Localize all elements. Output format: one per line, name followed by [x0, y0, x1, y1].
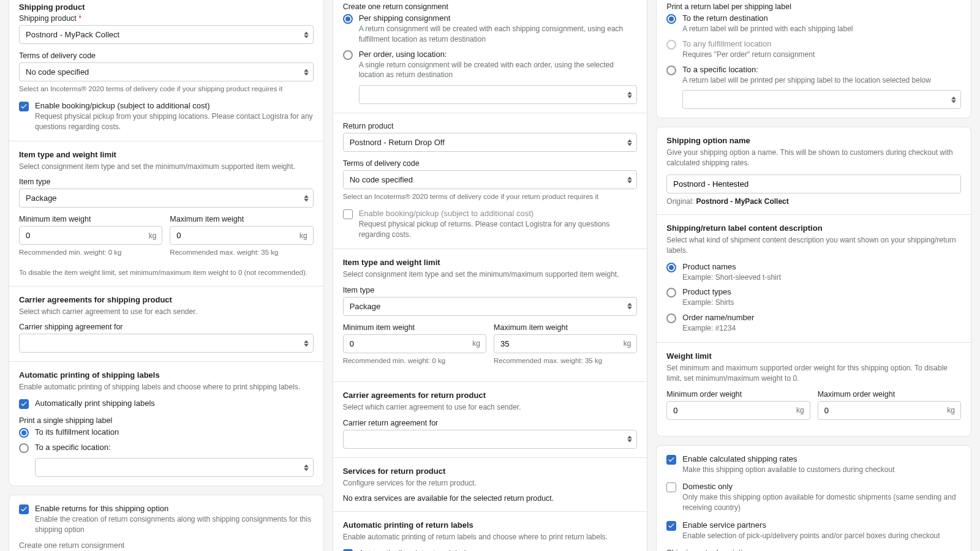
- section-title: Automatic printing of return labels: [343, 520, 638, 530]
- field-label: Item type: [343, 286, 638, 294]
- field-label: Shipping rate description: [666, 549, 961, 551]
- option-name-input[interactable]: [666, 174, 961, 193]
- section-title: Item type and weight limit: [19, 150, 314, 159]
- unit-label: kg: [624, 339, 631, 348]
- field-label: Maximum order weight: [818, 390, 961, 399]
- service-partners-checkbox[interactable]: [666, 521, 676, 531]
- specific-location-radio[interactable]: [19, 443, 29, 453]
- product-names-radio[interactable]: [666, 263, 676, 272]
- enable-booking-checkbox[interactable]: [19, 102, 29, 111]
- unit-label: kg: [796, 406, 804, 414]
- return-min-weight-input[interactable]: [343, 334, 486, 353]
- section-title: Carrier agreements for shipping product: [19, 295, 314, 304]
- auto-print-checkbox[interactable]: [19, 399, 29, 409]
- section-title: Shipping product: [19, 2, 314, 12]
- section-sub: Select consignment item type and set the…: [19, 162, 314, 172]
- min-order-weight-input[interactable]: [666, 401, 810, 420]
- checkout-options-card: Enable calculated shipping rates Make th…: [656, 445, 971, 551]
- radio-sub: A return label will be printed with each…: [682, 24, 853, 34]
- return-product-select[interactable]: Postnord - Return Drop Off: [343, 133, 638, 152]
- product-types-radio[interactable]: [666, 288, 676, 298]
- section-sub: Give your shipping option a name. This w…: [666, 148, 961, 168]
- return-config-card: Create one return consignment Per shippi…: [333, 0, 648, 551]
- field-label: Terms of delivery code: [343, 159, 638, 168]
- item-type-select[interactable]: Package: [19, 189, 314, 208]
- unit-label: kg: [149, 231, 157, 240]
- per-consignment-radio[interactable]: [343, 14, 353, 24]
- section-title: Carrier agreements for return product: [343, 391, 638, 400]
- radio-sub: Example: Short-sleeved t-shirt: [682, 272, 781, 283]
- checkbox-sub: Only make this shipping option available…: [682, 492, 961, 513]
- section-title: Weight limit: [666, 351, 961, 361]
- checkbox-sub: Request physical pickup from your shippi…: [35, 111, 314, 132]
- radio-label: To the return destination: [682, 13, 853, 23]
- radio-label: Per order, using location:: [359, 50, 638, 59]
- section-title: Services for return product: [343, 467, 638, 476]
- return-max-weight-input[interactable]: [494, 334, 637, 353]
- return-carrier-select[interactable]: [343, 430, 638, 449]
- radio-sub: A single return consignment will be crea…: [359, 60, 638, 81]
- field-label: Shipping product *: [19, 14, 314, 23]
- field-label: Minimum item weight: [343, 323, 486, 332]
- return-booking-checkbox[interactable]: [343, 209, 353, 219]
- checkbox-label: Enable calculated shipping rates: [682, 454, 894, 463]
- domestic-only-checkbox[interactable]: [666, 482, 676, 492]
- checkbox-sub: Request physical pickup of returns. Plea…: [359, 219, 638, 240]
- cutoff-label: Create one return consignment: [19, 541, 314, 550]
- any-fulfillment-radio[interactable]: [666, 40, 676, 50]
- unit-label: kg: [300, 231, 307, 240]
- returns-card: Enable returns for this shipping option …: [9, 495, 324, 551]
- fulfillment-location-radio[interactable]: [19, 428, 29, 438]
- help-text: To disable the item weight limit, set mi…: [19, 268, 314, 277]
- radio-label: Order name/number: [682, 313, 754, 322]
- unit-label: kg: [947, 406, 955, 414]
- specific-location-radio[interactable]: [666, 66, 676, 75]
- return-item-type-select[interactable]: Package: [343, 297, 638, 316]
- calc-rates-checkbox[interactable]: [666, 455, 676, 465]
- return-terms-select[interactable]: No code specified: [343, 170, 638, 189]
- help-text: Recommended min. weight: 0 kg: [343, 356, 486, 365]
- checkbox-label: Automatically print shipping labels: [35, 399, 155, 408]
- field-label: Print a return label per shipping label: [666, 2, 961, 11]
- help-text: Recommended min. weight: 0 kg: [19, 247, 162, 257]
- section-title: Shipping option name: [666, 136, 961, 145]
- max-weight-input[interactable]: [170, 226, 313, 245]
- specific-location-select[interactable]: [35, 458, 314, 477]
- shipping-product-card: Shipping product Shipping product * Post…: [9, 0, 324, 486]
- return-specific-location-select[interactable]: [682, 90, 961, 109]
- radio-label: To a specific location:: [682, 65, 931, 74]
- checkbox-sub: Enable selection of pick-up/delivery poi…: [682, 531, 940, 541]
- checkbox-label: Enable booking/pickup (subject to additi…: [35, 101, 314, 110]
- field-label: Minimum order weight: [666, 390, 810, 399]
- help-text: Select an Incoterms® 2020 terms of deliv…: [343, 192, 638, 201]
- radio-label: Product types: [682, 287, 734, 296]
- order-number-radio[interactable]: [666, 313, 676, 323]
- return-dest-radio[interactable]: [666, 14, 676, 24]
- section-title: Item type and weight limit: [343, 258, 638, 267]
- field-label: Maximum item weight: [170, 215, 313, 223]
- per-order-location-select[interactable]: [359, 85, 638, 104]
- max-order-weight-input[interactable]: [818, 401, 961, 420]
- radio-sub: Example: Shirts: [682, 298, 734, 308]
- return-label-dest-card: Print a return label per shipping label …: [656, 0, 971, 118]
- checkbox-label: Automatically print return labels: [359, 549, 470, 551]
- carrier-agreement-select[interactable]: [19, 334, 314, 353]
- section-sub: Configure services for the return produc…: [343, 478, 638, 489]
- help-text: Select an Incoterms® 2020 terms of deliv…: [19, 84, 314, 94]
- enable-returns-checkbox[interactable]: [19, 504, 29, 514]
- checkbox-label: Enable booking/pickup (subject to additi…: [359, 209, 638, 218]
- radio-label: To any fulfillment location: [682, 39, 815, 48]
- field-label: Item type: [19, 178, 314, 186]
- section-title: Shipping/return label content descriptio…: [666, 223, 961, 233]
- services-none-text: No extra services are available for the …: [343, 494, 638, 503]
- terms-delivery-select[interactable]: No code specified: [19, 62, 314, 81]
- section-sub: Select which carrier agreement to use fo…: [19, 307, 314, 317]
- per-order-radio[interactable]: [343, 50, 353, 60]
- help-text: Recommended max. weight: 35 kg: [494, 356, 637, 365]
- section-sub: Select which carrier agreement to use fo…: [343, 402, 638, 413]
- radio-sub: A return label will be printed per shipp…: [682, 75, 931, 86]
- field-label: Maximum item weight: [494, 323, 637, 332]
- radio-sub: Example: #1234: [682, 323, 754, 334]
- shipping-product-select[interactable]: Postnord - MyPack Collect: [19, 25, 314, 44]
- min-weight-input[interactable]: [19, 226, 162, 245]
